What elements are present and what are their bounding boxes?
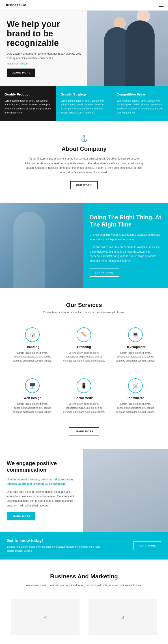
hero-section: We help your brand to be recognizable Qu… bbox=[0, 10, 168, 86]
feature-price-title: Competitive Price bbox=[117, 92, 164, 96]
services-title: Our Services bbox=[7, 302, 161, 308]
service-ecommerce-desc: Lorem ipsum dolor sit amet, consectetur … bbox=[114, 402, 157, 414]
socialmedia-icon: 📱 bbox=[77, 378, 91, 393]
branding-2-icon: ✏️ bbox=[77, 328, 91, 342]
service-branding-2-title: Branding bbox=[63, 345, 105, 349]
cta-description: Sample text. Lorem ipsum dolor sit amet,… bbox=[7, 545, 101, 553]
service-branding-1-title: Branding bbox=[11, 345, 54, 349]
marketing-card-2-image: 📊 bbox=[88, 599, 157, 635]
feature-price-desc: Lorem ipsum dolor sit amet, consectetur … bbox=[117, 99, 164, 114]
cta-title: Get to know today! bbox=[7, 538, 101, 543]
header: Business Co bbox=[0, 0, 168, 10]
hamburger-menu[interactable] bbox=[159, 4, 164, 7]
service-ecommerce: 🛒 Ecommerce Lorem ipsum dolor sit amet, … bbox=[110, 374, 161, 418]
webdesign-icon: 🖥️ bbox=[25, 378, 40, 393]
comm-content: We engage positive communication Ut enim… bbox=[0, 449, 83, 532]
service-development-title: Development bbox=[114, 345, 157, 349]
marketing-card-3: 💼 bbox=[7, 640, 84, 644]
hero-photo bbox=[87, 10, 168, 86]
service-socialmedia-title: Social Media bbox=[63, 396, 105, 400]
marketing-card-4: 🎯 bbox=[84, 640, 161, 644]
service-webdesign-desc: Lorem ipsum dolor sit amet, consectetur … bbox=[11, 402, 54, 414]
right-thing-para2: Duis aute irure dolor in reprehenderit i… bbox=[89, 245, 161, 263]
about-title: About Company bbox=[7, 146, 161, 152]
feature-quality: Quality Product Lorem ipsum dolor sit am… bbox=[0, 86, 56, 121]
services-button-wrap: LEARN MORE bbox=[7, 428, 161, 436]
service-development: 💻 Development Lorem ipsum dolor sit amet… bbox=[110, 323, 161, 368]
about-description: Paragraf. Lorem ipsum dolor sit amet, co… bbox=[23, 156, 145, 175]
right-thing-content: Doing The Right Thing, At The Right Time… bbox=[83, 203, 168, 288]
service-socialmedia-desc: Lorem ipsum dolor sit amet, consectetur … bbox=[63, 402, 105, 414]
services-subtitle: Consectetur adipiscing elit nullam nunc … bbox=[7, 311, 161, 314]
feature-price: Competitive Price Lorem ipsum dolor sit … bbox=[112, 86, 168, 121]
service-webdesign: 🖥️ Web Design Lorem ipsum dolor sit amet… bbox=[7, 374, 58, 418]
services-section: Our Services Consectetur adipiscing elit… bbox=[0, 288, 168, 449]
comm-para1-bold: Ut enim ad minim veniam, quis nostrud ex… bbox=[7, 478, 73, 486]
cta-content: Get to know today! Sample text. Lorem ip… bbox=[7, 538, 101, 553]
service-webdesign-title: Web Design bbox=[11, 396, 54, 400]
service-branding-1: 📊 Branding Lorem ipsum dolor sit amet, c… bbox=[7, 323, 58, 368]
hero-content: We help your brand to be recognizable Qu… bbox=[7, 20, 83, 76]
right-thing-para1: Ut enim ad minim veniam, quis nostrud ex… bbox=[89, 232, 161, 242]
cta-read-more-button[interactable]: READ MORE bbox=[134, 541, 161, 550]
service-branding-1-desc: Lorem ipsum dolor sit amet, consectetur … bbox=[11, 351, 54, 363]
comm-para1: Ut enim ad minim veniam, quis nostrud ex… bbox=[7, 477, 76, 486]
service-development-desc: Lorem ipsum dolor sit amet, consectetur … bbox=[114, 351, 157, 363]
feature-growth-desc: Lorem ipsum dolor sit amet, consectetur … bbox=[61, 99, 107, 114]
communication-section: We engage positive communication Ut enim… bbox=[0, 449, 168, 532]
feature-quality-title: Quality Product bbox=[4, 92, 51, 96]
freepik-link[interactable]: Freepik bbox=[20, 62, 28, 65]
anchor-icon: ⚓ bbox=[7, 135, 161, 142]
comm-learn-more-button[interactable]: LEARN MORE bbox=[7, 512, 35, 520]
hero-title: We help your brand to be recognizable bbox=[7, 20, 83, 48]
features-section: Quality Product Lorem ipsum dolor sit am… bbox=[0, 86, 168, 121]
marketing-section: Business And Marketing uliam mauris nibh… bbox=[0, 560, 168, 644]
service-branding-2-desc: Lorem ipsum dolor sit amet, consectetur … bbox=[63, 351, 105, 363]
branding-1-icon: 📊 bbox=[25, 328, 40, 342]
right-thing-title: Doing The Right Thing, At The Right Time bbox=[89, 214, 161, 228]
service-branding-2: ✏️ Branding Lorem ipsum dolor sit amet, … bbox=[58, 323, 110, 368]
right-thing-photo bbox=[0, 203, 83, 288]
logo: Business Co bbox=[4, 3, 26, 7]
feature-growth: Growth Strategy Lorem ipsum dolor sit am… bbox=[56, 86, 112, 121]
development-icon: 💻 bbox=[128, 328, 143, 342]
feature-quality-desc: Lorem ipsum dolor sit amet, consectetur … bbox=[4, 99, 51, 114]
cta-strip: Get to know today! Sample text. Lorem ip… bbox=[0, 532, 168, 560]
marketing-card-2: 📊 bbox=[84, 594, 161, 640]
comm-photo bbox=[83, 449, 168, 532]
services-grid: 📊 Branding Lorem ipsum dolor sit amet, c… bbox=[7, 323, 161, 425]
hero-people-image bbox=[87, 10, 168, 86]
meeting-image bbox=[83, 449, 168, 532]
services-learn-more-button[interactable]: LEARN MORE bbox=[69, 428, 99, 436]
marketing-subtitle: uliam mauris nibh, pellentesque quis tin… bbox=[21, 583, 147, 588]
right-thing-section: Doing The Right Thing, At The Right Time… bbox=[0, 203, 168, 288]
feature-growth-title: Growth Strategy bbox=[61, 92, 107, 96]
person1-body bbox=[125, 20, 155, 86]
right-thing-button[interactable]: LEARN MORE bbox=[89, 268, 119, 276]
hero-cta-button[interactable]: LEARN MORE bbox=[7, 68, 35, 76]
marketing-grid: 📈 📊 💼 🎯 bbox=[7, 594, 161, 644]
marketing-title: Business And Marketing bbox=[7, 573, 161, 580]
hero-description: Quis autem vel eum iure reprehenderit qu… bbox=[7, 52, 83, 60]
marketing-card-1: 📈 bbox=[7, 594, 84, 640]
service-ecommerce-title: Ecommerce bbox=[114, 396, 157, 400]
comm-title: We engage positive communication bbox=[7, 460, 76, 473]
man-silhouette bbox=[13, 212, 45, 288]
service-socialmedia: 📱 Social Media Lorem ipsum dolor sit ame… bbox=[58, 374, 110, 418]
marketing-card-1-image: 📈 bbox=[11, 599, 80, 635]
our-work-button[interactable]: OUR WORK bbox=[70, 181, 98, 189]
ecommerce-icon: 🛒 bbox=[128, 378, 143, 393]
comm-para2: Duis aute irure dolor in reprehenderit i… bbox=[7, 490, 76, 508]
about-section: ⚓ About Company Paragraf. Lorem ipsum do… bbox=[0, 121, 168, 203]
image-credit: Image from Freepik bbox=[7, 62, 83, 65]
